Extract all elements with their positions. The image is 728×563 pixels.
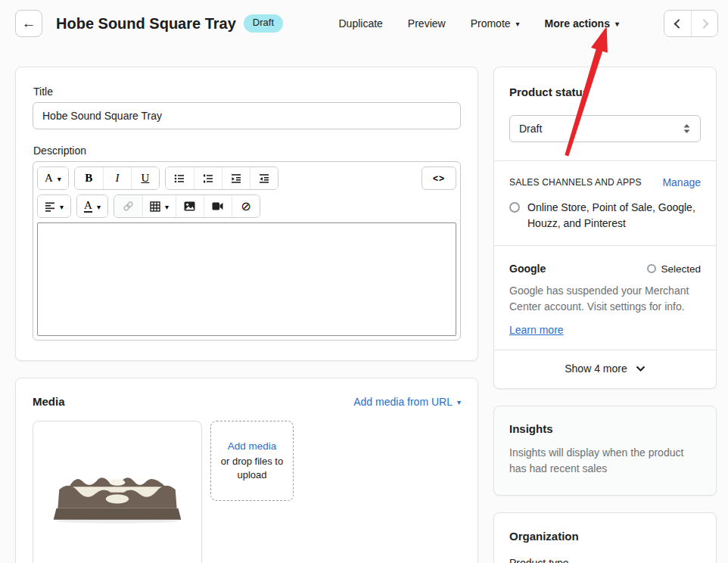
media-thumbnail[interactable] bbox=[33, 421, 202, 563]
title-label: Title bbox=[33, 86, 461, 98]
product-details-card: Title Description A ▾ B I U bbox=[15, 67, 478, 361]
show-html-button[interactable]: <> bbox=[422, 166, 456, 190]
text-color-button[interactable]: A ▾ bbox=[77, 195, 107, 217]
editor-toolbar-row-1: A ▾ B I U bbox=[36, 165, 458, 193]
next-product-button[interactable] bbox=[691, 11, 717, 36]
pagination bbox=[664, 10, 718, 37]
description-label: Description bbox=[33, 145, 461, 157]
insights-heading: Insights bbox=[509, 422, 701, 435]
caret-down-icon: ▾ bbox=[97, 204, 101, 211]
caret-down-icon: ▾ bbox=[58, 176, 61, 183]
title-input[interactable] bbox=[33, 102, 461, 129]
caret-down-icon: ▾ bbox=[457, 399, 461, 406]
video-icon bbox=[212, 202, 223, 210]
insights-body: Insights will display when the product h… bbox=[509, 445, 701, 477]
right-column: Product status Draft SALES CHANNELS AND … bbox=[493, 67, 717, 563]
manage-channels-link[interactable]: Manage bbox=[662, 176, 701, 188]
media-heading: Media bbox=[33, 395, 65, 408]
numbered-list-icon bbox=[203, 173, 213, 184]
product-type-label: Product type bbox=[509, 557, 701, 563]
clear-formatting-icon: ⊘ bbox=[241, 199, 250, 213]
text-color-icon: A bbox=[84, 200, 92, 213]
google-channel-name: Google bbox=[509, 263, 546, 275]
preview-button[interactable]: Preview bbox=[408, 17, 446, 30]
add-media-dropzone[interactable]: Add media or drop files to upload bbox=[210, 421, 294, 501]
caret-down-icon: ▾ bbox=[516, 20, 520, 28]
add-media-button[interactable]: Add media bbox=[228, 440, 277, 452]
caret-down-icon: ▾ bbox=[615, 20, 619, 28]
status-badge: Draft bbox=[244, 14, 283, 33]
back-arrow-icon: ← bbox=[22, 15, 36, 32]
google-warning-message: Google has suspended your Merchant Cente… bbox=[509, 283, 698, 315]
organization-heading: Organization bbox=[509, 530, 701, 543]
insert-link-button bbox=[114, 195, 142, 217]
promote-button[interactable]: Promote ▾ bbox=[471, 17, 520, 30]
table-icon bbox=[150, 201, 160, 212]
indent-icon bbox=[259, 173, 269, 184]
indent-button[interactable] bbox=[250, 167, 278, 189]
insert-video-button[interactable] bbox=[204, 195, 232, 217]
bullet-list-button[interactable] bbox=[166, 167, 194, 189]
text-style-button[interactable]: A ▾ bbox=[38, 167, 68, 189]
more-actions-button[interactable]: More actions ▾ bbox=[545, 17, 619, 30]
add-media-from-url-button[interactable]: Add media from URL ▾ bbox=[353, 396, 461, 408]
description-editor: A ▾ B I U bbox=[33, 161, 461, 341]
sales-channels-heading: SALES CHANNELS AND APPS bbox=[509, 177, 642, 188]
outdent-button[interactable] bbox=[222, 167, 250, 189]
channels-text: Online Store, Point of Sale, Google, Hou… bbox=[527, 200, 701, 232]
media-card: Media Add media from URL ▾ bbox=[15, 378, 478, 563]
back-button[interactable]: ← bbox=[15, 10, 42, 37]
product-image bbox=[49, 453, 185, 526]
image-icon bbox=[184, 201, 195, 211]
underline-button[interactable]: U bbox=[131, 167, 159, 189]
italic-button[interactable]: I bbox=[103, 167, 131, 189]
outdent-icon bbox=[231, 173, 241, 184]
bullet-list-icon bbox=[174, 173, 185, 184]
link-icon bbox=[123, 201, 134, 212]
insert-table-button[interactable]: ▾ bbox=[142, 195, 176, 217]
learn-more-link[interactable]: Learn more bbox=[509, 324, 564, 336]
editor-toolbar-row-2: ▾ A ▾ bbox=[36, 193, 458, 221]
chevron-down-icon bbox=[636, 365, 646, 372]
numbered-list-button[interactable] bbox=[194, 167, 222, 189]
product-status-heading: Product status bbox=[509, 86, 701, 98]
page-title: Hobe Sound Square Tray bbox=[56, 15, 236, 33]
show-more-button[interactable]: Show 4 more bbox=[494, 350, 716, 388]
caret-down-icon: ▾ bbox=[60, 204, 64, 211]
selected-radio-icon bbox=[647, 264, 656, 273]
select-updown-icon bbox=[683, 123, 691, 134]
insights-card: Insights Insights will display when the … bbox=[493, 406, 717, 496]
align-left-icon bbox=[45, 201, 55, 212]
title-field-group: Title bbox=[33, 86, 461, 129]
description-input[interactable] bbox=[37, 222, 456, 336]
product-status-card: Product status Draft SALES CHANNELS AND … bbox=[493, 67, 717, 389]
clear-formatting-button[interactable]: ⊘ bbox=[232, 195, 260, 217]
caret-down-icon: ▾ bbox=[165, 204, 169, 211]
duplicate-button[interactable]: Duplicate bbox=[338, 17, 382, 30]
google-selected-label: Selected bbox=[661, 263, 701, 275]
page-header: ← Hobe Sound Square Tray Draft Duplicate… bbox=[0, 0, 728, 46]
alignment-button[interactable]: ▾ bbox=[38, 195, 70, 217]
drop-files-hint: or drop files to upload bbox=[217, 455, 287, 481]
channels-radio[interactable] bbox=[509, 202, 520, 213]
chevron-right-icon bbox=[698, 19, 708, 29]
insert-image-button[interactable] bbox=[176, 195, 204, 217]
bold-button[interactable]: B bbox=[75, 167, 103, 189]
chevron-left-icon bbox=[674, 19, 684, 29]
left-column: Title Description A ▾ B I U bbox=[15, 67, 478, 563]
header-actions: Duplicate Preview Promote ▾ More actions… bbox=[338, 10, 718, 37]
main-content: Title Description A ▾ B I U bbox=[0, 46, 728, 563]
product-status-select[interactable]: Draft bbox=[509, 115, 701, 142]
organization-card: Organization Product type bbox=[493, 512, 717, 563]
previous-product-button[interactable] bbox=[664, 11, 691, 36]
